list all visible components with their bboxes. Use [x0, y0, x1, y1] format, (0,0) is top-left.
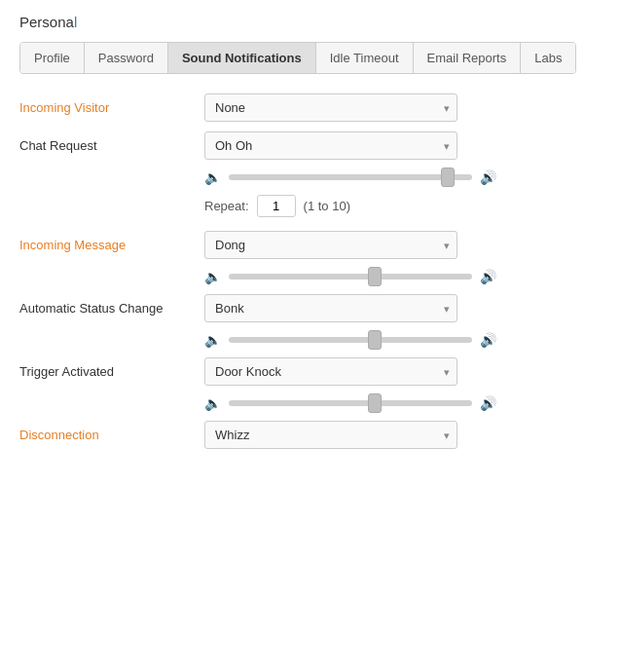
volume-high-icon: 🔊 [480, 269, 496, 284]
slider-track-chat-request[interactable] [229, 174, 472, 180]
select-incoming-visitor[interactable]: NoneOh OhDongBonkDoor KnockWhizz [204, 93, 457, 122]
section-incoming-message: Incoming MessageNoneOh OhDongBonkDoor Kn… [19, 231, 602, 284]
label-incoming-message: Incoming Message [19, 238, 195, 252]
row-chat-request: Chat RequestNoneOh OhDongBonkDoor KnockW… [19, 131, 602, 160]
tab-password[interactable]: Password [85, 43, 168, 73]
slider-track-trigger-activated[interactable] [229, 400, 472, 406]
select-incoming-message[interactable]: NoneOh OhDongBonkDoor KnockWhizz [204, 231, 457, 259]
slider-row-incoming-message: 🔈🔊 [204, 269, 602, 284]
row-incoming-visitor: Incoming VisitorNoneOh OhDongBonkDoor Kn… [19, 93, 602, 122]
volume-high-icon: 🔊 [480, 395, 496, 411]
volume-low-icon: 🔈 [204, 169, 221, 185]
label-incoming-visitor: Incoming Visitor [19, 100, 195, 115]
slider-row-automatic-status-change: 🔈🔊 [204, 332, 602, 348]
volume-low-icon: 🔈 [204, 332, 221, 348]
form-container: Incoming VisitorNoneOh OhDongBonkDoor Kn… [19, 93, 602, 449]
section-trigger-activated: Trigger ActivatedNoneOh OhDongBonkDoor K… [19, 357, 602, 411]
select-disconnection[interactable]: NoneOh OhDongBonkDoor KnockWhizz [204, 421, 457, 449]
volume-low-icon: 🔈 [204, 395, 221, 411]
select-wrapper-incoming-visitor: NoneOh OhDongBonkDoor KnockWhizz▾ [204, 93, 457, 122]
slider-thumb-incoming-message[interactable] [368, 267, 382, 286]
select-wrapper-disconnection: NoneOh OhDongBonkDoor KnockWhizz▾ [204, 421, 457, 449]
slider-thumb-automatic-status-change[interactable] [368, 330, 382, 350]
slider-track-incoming-message[interactable] [229, 274, 472, 280]
repeat-hint: (1 to 10) [304, 199, 350, 213]
label-disconnection: Disconnection [19, 428, 195, 442]
tab-email-reports[interactable]: Email Reports [414, 43, 522, 73]
select-wrapper-automatic-status-change: NoneOh OhDongBonkDoor KnockWhizz▾ [204, 294, 457, 322]
select-wrapper-chat-request: NoneOh OhDongBonkDoor KnockWhizz▾ [204, 131, 457, 160]
select-wrapper-trigger-activated: NoneOh OhDongBonkDoor KnockWhizz▾ [204, 357, 457, 386]
slider-row-chat-request: 🔈🔊 [204, 169, 602, 185]
section-automatic-status-change: Automatic Status ChangeNoneOh OhDongBonk… [19, 294, 602, 348]
select-trigger-activated[interactable]: NoneOh OhDongBonkDoor KnockWhizz [204, 357, 457, 386]
section-chat-request: Chat RequestNoneOh OhDongBonkDoor KnockW… [19, 131, 602, 217]
slider-thumb-trigger-activated[interactable] [368, 393, 382, 413]
repeat-input[interactable] [257, 195, 296, 217]
tab-sound-notifications[interactable]: Sound Notifications [168, 43, 316, 73]
select-chat-request[interactable]: NoneOh OhDongBonkDoor KnockWhizz [204, 131, 457, 160]
row-trigger-activated: Trigger ActivatedNoneOh OhDongBonkDoor K… [19, 357, 602, 386]
repeat-row-chat-request: Repeat:(1 to 10) [204, 195, 602, 217]
select-wrapper-incoming-message: NoneOh OhDongBonkDoor KnockWhizz▾ [204, 231, 457, 259]
label-automatic-status-change: Automatic Status Change [19, 301, 195, 316]
tabs-container: ProfilePasswordSound NotificationsIdle T… [19, 42, 576, 74]
repeat-label: Repeat: [204, 199, 249, 213]
tab-labs[interactable]: Labs [521, 43, 575, 73]
label-chat-request: Chat Request [19, 138, 195, 153]
volume-high-icon: 🔊 [480, 332, 496, 348]
slider-thumb-chat-request[interactable] [441, 168, 455, 187]
row-disconnection: DisconnectionNoneOh OhDongBonkDoor Knock… [19, 421, 602, 449]
label-trigger-activated: Trigger Activated [19, 364, 195, 379]
section-incoming-visitor: Incoming VisitorNoneOh OhDongBonkDoor Kn… [19, 93, 602, 122]
page-title: Personal [19, 10, 602, 30]
select-automatic-status-change[interactable]: NoneOh OhDongBonkDoor KnockWhizz [204, 294, 457, 322]
volume-high-icon: 🔊 [480, 169, 496, 185]
volume-low-icon: 🔈 [204, 269, 221, 284]
section-disconnection: DisconnectionNoneOh OhDongBonkDoor Knock… [19, 421, 602, 449]
row-automatic-status-change: Automatic Status ChangeNoneOh OhDongBonk… [19, 294, 602, 322]
slider-track-automatic-status-change[interactable] [229, 337, 472, 343]
tab-profile[interactable]: Profile [20, 43, 85, 73]
tab-idle-timeout[interactable]: Idle Timeout [316, 43, 414, 73]
slider-row-trigger-activated: 🔈🔊 [204, 395, 602, 411]
row-incoming-message: Incoming MessageNoneOh OhDongBonkDoor Kn… [19, 231, 602, 259]
